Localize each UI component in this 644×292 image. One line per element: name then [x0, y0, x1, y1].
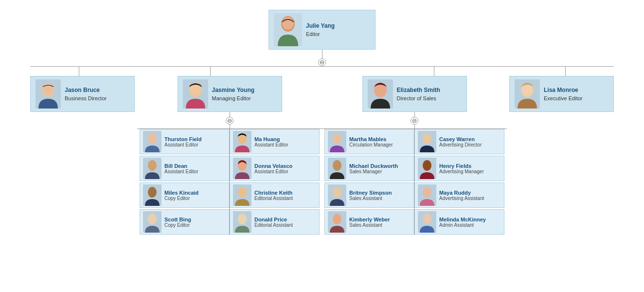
- title-thurston: Assistant Editor: [164, 142, 226, 147]
- elizabeth-toggle[interactable]: ⊖: [411, 117, 418, 125]
- jasmine-toggle[interactable]: ⊖: [226, 117, 233, 125]
- svg-point-33: [333, 187, 341, 198]
- info-henry: Henry Fields Advertising Manager: [439, 163, 501, 174]
- name-michael: Michael Duckworth: [349, 163, 411, 169]
- svg-point-39: [423, 160, 431, 171]
- root-name: Julie Yang: [306, 22, 335, 29]
- info-bill: Bill Dean Assistant Editor: [164, 163, 226, 174]
- name-casey: Casey Warren: [439, 136, 501, 142]
- info-donald: Donald Price Editorial Assistant: [254, 217, 316, 228]
- title-michael: Sales Manager: [349, 169, 411, 174]
- title-melinda: Admin Assistant: [439, 222, 501, 228]
- card-thurston: Thurston Field Assistant Editor: [140, 129, 230, 154]
- avatar-donald: [233, 211, 251, 233]
- title-scott: Copy Editor: [164, 222, 226, 228]
- info-donna: Donna Velasco Assistant Editor: [254, 163, 316, 174]
- info-jason: Jason Bruce Business Director: [65, 87, 107, 101]
- card-britney: Britney Simpson Sales Assistant: [324, 182, 414, 208]
- info-scott: Scott Bing Copy Editor: [164, 217, 226, 228]
- avatar-elizabeth: [368, 79, 393, 109]
- info-christine: Christine Keith Editorial Assistant: [254, 190, 316, 201]
- svg-point-29: [333, 133, 341, 144]
- org-chart: Julie Yang Editor ⊖: [0, 0, 644, 244]
- name-maya: Maya Ruddy: [439, 190, 501, 196]
- avatar-maya: [418, 184, 436, 206]
- card-christine: Christine Keith Editorial Assistant: [230, 182, 320, 208]
- elizabeth-col0: Martha Mables Circulation Manager Michae…: [322, 129, 414, 235]
- title-mahuang: Assistant Editor: [254, 142, 316, 147]
- title-martha: Circulation Manager: [349, 142, 411, 147]
- info-michael: Michael Duckworth Sales Manager: [349, 163, 411, 174]
- name-mahuang: Ma Huang: [254, 136, 316, 142]
- info-mahuang: Ma Huang Assistant Editor: [254, 136, 316, 147]
- info-lisa: Lisa Monroe Executive Editor: [544, 87, 582, 101]
- elizabeth-connector-v: [414, 112, 415, 117]
- elizabeth-children: Martha Mables Circulation Manager Michae…: [322, 129, 507, 235]
- jasmine-col1: Ma Huang Assistant Editor Donna Velasco: [230, 129, 322, 235]
- info-maya: Maya Ruddy Advertising Assistant: [439, 190, 501, 201]
- name-kimberly: Kimberly Weber: [349, 217, 411, 222]
- jasmine-children: Thurston Field Assistant Editor Bill Dea…: [137, 129, 322, 235]
- name-jason: Jason Bruce: [65, 87, 107, 93]
- name-britney: Britney Simpson: [349, 190, 411, 196]
- info-miles: Miles Kincaid Copy Editor: [164, 190, 226, 201]
- root-avatar: [274, 13, 302, 46]
- name-christine: Christine Keith: [254, 190, 316, 196]
- jasmine-connector-v: [230, 112, 230, 117]
- card-melinda: Melinda McKinney Admin Assistant: [414, 209, 504, 235]
- root-title: Editor: [306, 31, 335, 37]
- svg-point-12: [148, 160, 157, 171]
- card-donald: Donald Price Editorial Assistant: [230, 209, 320, 235]
- svg-point-14: [148, 187, 157, 198]
- card-mahuang: Ma Huang Assistant Editor: [230, 129, 320, 154]
- avatar-bill: [143, 158, 161, 179]
- avatar-christine: [233, 184, 251, 206]
- title-christine: Editorial Assistant: [254, 196, 316, 201]
- name-lisa: Lisa Monroe: [544, 87, 582, 93]
- elizabeth-connector-v2: [414, 125, 415, 128]
- name-jasmine: Jasmine Young: [212, 87, 255, 93]
- svg-point-24: [238, 214, 247, 224]
- avatar-martha: [328, 131, 346, 152]
- title-jason: Business Director: [65, 95, 107, 101]
- title-casey: Advertising Director: [439, 142, 501, 147]
- title-maya: Advertising Assistant: [439, 196, 501, 201]
- title-henry: Advertising Manager: [439, 169, 501, 174]
- card-jasmine: Jasmine Young Managing Editor: [178, 76, 282, 112]
- avatar-miles: [143, 184, 161, 206]
- card-jason: Jason Bruce Business Director: [30, 76, 135, 112]
- svg-point-37: [423, 133, 431, 144]
- avatar-jasmine: [183, 79, 208, 109]
- avatar-kimberly: [328, 211, 346, 233]
- title-jasmine: Managing Editor: [212, 95, 255, 101]
- name-martha: Martha Mables: [349, 136, 411, 142]
- info-jasmine: Jasmine Young Managing Editor: [212, 87, 255, 101]
- name-henry: Henry Fields: [439, 163, 501, 169]
- svg-point-41: [423, 187, 431, 198]
- card-lisa: Lisa Monroe Executive Editor: [509, 76, 614, 112]
- connector-root-down: [322, 50, 322, 58]
- name-donald: Donald Price: [254, 217, 316, 222]
- card-donna: Donna Velasco Assistant Editor: [230, 156, 320, 181]
- name-thurston: Thurston Field: [164, 136, 226, 142]
- avatar-casey: [418, 131, 436, 152]
- info-kimberly: Kimberly Weber Sales Assistant: [349, 217, 411, 228]
- root-toggle[interactable]: ⊖: [318, 58, 326, 66]
- name-scott: Scott Bing: [164, 217, 226, 222]
- avatar-michael: [328, 158, 346, 179]
- info-thurston: Thurston Field Assistant Editor: [164, 136, 226, 147]
- card-michael: Michael Duckworth Sales Manager: [324, 156, 414, 181]
- svg-point-10: [148, 133, 157, 144]
- jasmine-connector-v2: [230, 125, 230, 128]
- info-britney: Britney Simpson Sales Assistant: [349, 190, 411, 201]
- svg-point-2: [282, 17, 294, 30]
- title-elizabeth: Director of Sales: [397, 95, 440, 101]
- title-donald: Editorial Assistant: [254, 222, 316, 228]
- svg-point-43: [423, 214, 431, 224]
- info-casey: Casey Warren Advertising Director: [439, 136, 501, 147]
- title-lisa: Executive Editor: [544, 95, 582, 101]
- avatar-jason: [36, 79, 61, 109]
- svg-point-22: [238, 187, 247, 198]
- level1-connector: [30, 66, 614, 76]
- svg-point-16: [148, 214, 157, 224]
